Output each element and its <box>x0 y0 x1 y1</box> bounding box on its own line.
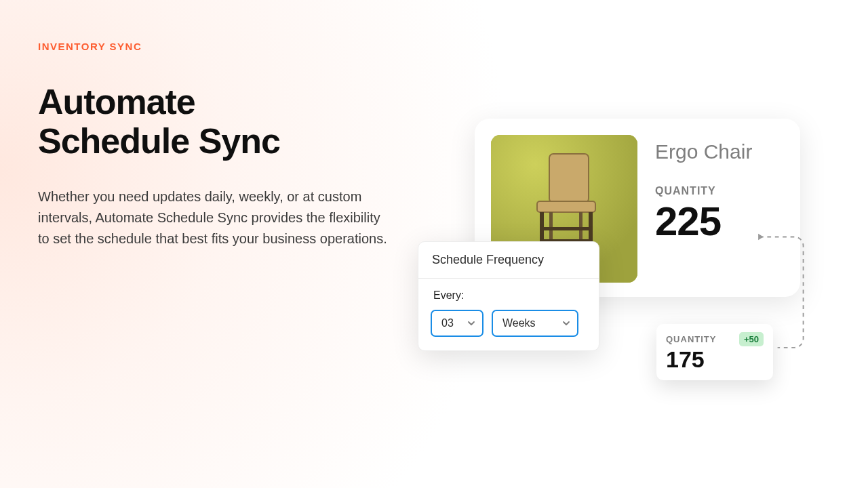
body-copy: Whether you need updates daily, weekly, … <box>38 186 391 249</box>
schedule-frequency-card: Schedule Frequency Every: 03 Weeks <box>418 241 599 351</box>
svg-rect-2 <box>549 154 589 203</box>
svg-rect-3 <box>537 201 595 212</box>
headline-line-2: Schedule Sync <box>38 121 280 161</box>
headline-line-1: Automate <box>38 82 195 121</box>
every-label: Every: <box>431 289 587 302</box>
frequency-number-select[interactable]: 03 <box>431 310 484 337</box>
frequency-unit-value: Weeks <box>502 317 536 329</box>
quantity-label: QUANTITY <box>655 185 752 197</box>
svg-rect-8 <box>540 227 593 230</box>
small-quantity-value: 175 <box>666 348 764 371</box>
frequency-number-value: 03 <box>441 317 454 329</box>
frequency-unit-select[interactable]: Weeks <box>492 310 578 337</box>
schedule-header: Schedule Frequency <box>418 242 599 279</box>
eyebrow-label: INVENTORY SYNC <box>38 41 391 52</box>
quantity-value: 225 <box>655 201 752 242</box>
small-quantity-label: QUANTITY <box>666 334 716 344</box>
previous-quantity-card: QUANTITY +50 175 <box>656 324 773 380</box>
chevron-down-icon <box>562 319 570 327</box>
chevron-down-icon <box>467 319 475 327</box>
page-headline: Automate Schedule Sync <box>38 82 391 161</box>
product-title: Ergo Chair <box>655 140 752 163</box>
delta-badge: +50 <box>739 332 764 346</box>
